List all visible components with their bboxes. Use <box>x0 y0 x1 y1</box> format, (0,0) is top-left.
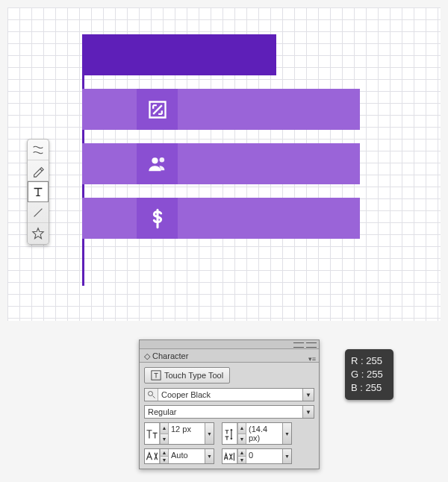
menu-row-1[interactable] <box>82 89 360 130</box>
svg-point-3 <box>148 392 152 396</box>
leading-value: (14.4 px) <box>246 423 282 444</box>
chevron-down-icon[interactable]: ▼ <box>302 406 314 418</box>
panel-title-text: Character <box>152 351 188 360</box>
font-size-field[interactable]: ▲▼ 12 px ▼ <box>144 422 214 445</box>
chevron-down-icon[interactable]: ▼ <box>205 423 214 444</box>
rgb-r: R : 255 <box>351 354 388 368</box>
svg-point-0 <box>152 157 158 163</box>
color-readout: R : 255 G : 255 B : 255 <box>345 349 393 400</box>
menu-row-3[interactable] <box>82 198 360 239</box>
artwork <box>82 34 360 239</box>
tracking-field[interactable]: ▲▼ 0 ▼ <box>222 448 292 464</box>
header-rect[interactable] <box>82 34 276 75</box>
rgb-g: G : 255 <box>351 368 388 381</box>
character-panel: ◇ Character ▾≡ Touch Type Tool Cooper Bl… <box>139 339 320 469</box>
kerning-icon <box>145 449 160 463</box>
tracking-icon <box>223 449 237 463</box>
stepper[interactable]: ▲▼ <box>160 423 169 444</box>
panel-menu-icon[interactable]: ▾≡ <box>308 352 316 366</box>
tracking-value: 0 <box>246 449 282 463</box>
touch-type-tool-button[interactable]: Touch Type Tool <box>144 367 230 384</box>
chevron-down-icon[interactable]: ▼ <box>205 449 214 463</box>
font-family-field[interactable]: Cooper Black ▼ <box>144 388 314 401</box>
document-canvas[interactable] <box>7 7 441 321</box>
chevron-down-icon[interactable]: ▼ <box>282 449 291 463</box>
rgb-b: B : 255 <box>351 381 388 395</box>
leading-field[interactable]: ▲▼ (14.4 px) ▼ <box>222 422 292 445</box>
chevron-down-icon[interactable]: ▼ <box>282 423 291 444</box>
stepper[interactable]: ▲▼ <box>237 423 246 444</box>
expand-icon <box>137 89 178 130</box>
panel-title: ◇ Character ▾≡ <box>140 349 319 363</box>
type-tool[interactable] <box>28 181 49 202</box>
font-style-field[interactable]: Regular ▼ <box>144 405 314 419</box>
menu-row-2[interactable] <box>82 143 360 184</box>
star-tool[interactable] <box>28 223 49 244</box>
tools-panel <box>27 139 49 245</box>
font-family-value: Cooper Black <box>158 389 302 401</box>
svg-point-1 <box>159 157 164 162</box>
kerning-field[interactable]: ▲▼ Auto ▼ <box>144 448 214 464</box>
users-icon <box>137 143 178 184</box>
warp-tool[interactable] <box>28 140 49 160</box>
chevron-down-icon[interactable]: ▼ <box>302 389 314 401</box>
dollar-icon <box>137 198 178 239</box>
leading-icon <box>223 423 237 444</box>
stepper[interactable]: ▲▼ <box>237 449 246 463</box>
touch-type-label: Touch Type Tool <box>164 371 223 380</box>
line-tool[interactable] <box>28 202 49 223</box>
panel-collapse-icon[interactable] <box>140 340 319 349</box>
pen-tool[interactable] <box>28 160 49 181</box>
font-size-value: 12 px <box>169 423 205 444</box>
stepper[interactable]: ▲▼ <box>160 449 169 463</box>
font-style-value: Regular <box>145 406 302 418</box>
search-icon <box>145 389 158 401</box>
kerning-value: Auto <box>169 449 205 463</box>
font-size-icon <box>145 423 160 444</box>
